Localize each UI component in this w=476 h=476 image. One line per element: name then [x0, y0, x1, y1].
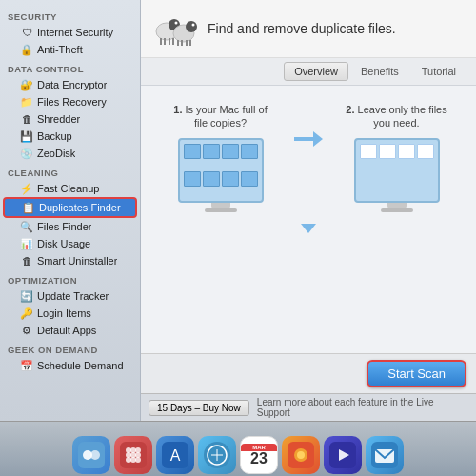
step-2-label: 2. Leave only the filesyou need. [346, 103, 446, 130]
sidebar-label-fast-cleanup: Fast Cleanup [37, 183, 99, 194]
tabs-bar: OverviewBenefitsTutorial [141, 58, 476, 86]
sidebar-label-zeodisk: ZeoDisk [37, 148, 75, 159]
sidebar-item-login-items[interactable]: 🔑Login Items [3, 305, 137, 322]
dock-icon-appstore: A [156, 436, 194, 474]
sidebar-label-update-tracker: Update Tracker [37, 290, 109, 302]
monitor-base [381, 208, 413, 212]
sidebar-item-files-finder[interactable]: 🔍Files Finder [3, 218, 137, 235]
svg-point-8 [186, 21, 197, 32]
file-doc [203, 171, 220, 187]
sidebar-label-data-encryptor: Data Encryptor [37, 79, 107, 90]
sidebar-icon-login-items: 🔑 [20, 307, 33, 320]
monitor-2 [354, 138, 440, 203]
dock-item-launchpad[interactable] [114, 436, 152, 474]
sidebar-item-zeodisk[interactable]: 💿ZeoDisk [3, 145, 137, 162]
sidebar-icon-update-tracker: 🔄 [20, 289, 33, 303]
sidebar-label-schedule-demand: Schedule Demand [37, 360, 124, 371]
dock-item-appstore[interactable]: A [156, 436, 194, 474]
dock-icon-finder [72, 436, 110, 474]
sidebar-label-backup: Backup [37, 130, 72, 142]
sidebar-item-data-encryptor[interactable]: 🔐Data Encryptor [3, 76, 137, 93]
monitor-2-container [354, 138, 440, 212]
footer-info: 15 Days – Buy Now Learn more about each … [141, 393, 476, 421]
sidebar-section-data-control: DATA CONTROL [0, 58, 140, 76]
dock-item-quicktime[interactable] [324, 436, 362, 474]
monitor-stand [387, 203, 407, 208]
sidebar-icon-schedule-demand: 📅 [20, 359, 33, 372]
sidebar-section-security: SECURITY [0, 6, 140, 24]
sidebar-item-disk-usage[interactable]: 📊Disk Usage [3, 235, 137, 252]
sidebar-section-optimization: OPTIMIZATION [0, 269, 140, 288]
file-doc [241, 171, 258, 187]
dock-item-calendar[interactable]: MAR 23 [240, 436, 278, 474]
dock-icon-launchpad [114, 436, 152, 474]
sidebar-item-schedule-demand[interactable]: 📅Schedule Demand [3, 357, 137, 374]
sidebar-item-duplicates-finder[interactable]: 📋Duplicates Finder [3, 197, 137, 218]
monitor-stand [211, 203, 230, 208]
file-doc [184, 144, 201, 159]
sidebar-icon-backup: 💾 [20, 129, 33, 143]
dock-icon-photos [282, 436, 320, 474]
app-icon [152, 10, 198, 48]
svg-point-9 [192, 24, 195, 27]
sidebar-label-shredder: Shredder [37, 113, 80, 125]
step-1: 1. Is your Mac full offile copies? [154, 103, 287, 212]
sidebar-item-update-tracker[interactable]: 🔄Update Tracker [3, 288, 137, 305]
file-doc [398, 144, 415, 159]
sidebar-icon-disk-usage: 📊 [20, 237, 33, 250]
step-2: 2. Leave only the filesyou need. [330, 103, 463, 212]
sidebar-item-fast-cleanup[interactable]: ⚡Fast Cleanup [3, 180, 137, 197]
file-doc [241, 144, 258, 159]
dock-item-safari[interactable] [198, 436, 236, 474]
sidebar-label-smart-uninstaller: Smart Uninstaller [37, 255, 117, 267]
sidebar-item-default-apps[interactable]: ⚙Default Apps [3, 322, 137, 339]
sidebar-section-cleaning: CLEANING [0, 162, 140, 180]
file-doc [360, 144, 377, 159]
tab-benefits[interactable]: Benefits [350, 62, 409, 81]
sidebar-icon-zeodisk: 💿 [20, 147, 33, 160]
down-arrow-icon [301, 224, 316, 233]
content-header: Find and remove duplicate files. [141, 0, 476, 58]
sidebar-icon-files-finder: 🔍 [20, 220, 33, 233]
sidebar-item-backup[interactable]: 💾Backup [3, 128, 137, 145]
dock: A MAR 23 [0, 421, 476, 476]
file-doc [222, 144, 239, 159]
dock-icon-safari [198, 436, 236, 474]
tab-overview[interactable]: Overview [284, 62, 348, 81]
arrow-container [294, 103, 323, 147]
svg-point-26 [135, 457, 141, 463]
arrow-down-indicator [150, 220, 466, 237]
sidebar-label-disk-usage: Disk Usage [37, 238, 90, 249]
file-doc [184, 171, 201, 187]
file-doc [379, 144, 396, 159]
sidebar-icon-files-recovery: 📁 [20, 95, 33, 109]
steps-row: 1. Is your Mac full offile copies? [150, 95, 466, 220]
sidebar-icon-default-apps: ⚙ [20, 324, 33, 337]
buy-now-button[interactable]: 15 Days – Buy Now [149, 400, 249, 416]
sidebar-item-internet-security[interactable]: 🛡Internet Security [3, 24, 137, 41]
sidebar-label-files-finder: Files Finder [37, 221, 91, 232]
sidebar-item-anti-theft[interactable]: 🔒Anti-Theft [3, 41, 137, 58]
sidebar-item-shredder[interactable]: 🗑Shredder [3, 110, 137, 128]
svg-point-16 [90, 450, 100, 460]
sidebar-icon-duplicates-finder: 📋 [22, 201, 35, 214]
dock-item-finder[interactable] [72, 436, 110, 474]
right-arrow-icon [294, 131, 323, 147]
sidebar-label-login-items: Login Items [37, 307, 91, 319]
dock-icon-calendar: MAR 23 [240, 436, 278, 474]
sidebar-label-internet-security: Internet Security [37, 27, 113, 38]
dock-item-photos[interactable] [282, 436, 320, 474]
dock-icon-mail [366, 436, 404, 474]
monitor-1-container [178, 138, 264, 212]
dock-icon-quicktime [324, 436, 362, 474]
dock-item-mail[interactable] [366, 436, 404, 474]
tab-tutorial[interactable]: Tutorial [411, 62, 466, 81]
sidebar-icon-shredder: 🗑 [20, 112, 33, 126]
content-area: Find and remove duplicate files. Overvie… [141, 0, 476, 421]
start-scan-button[interactable]: Start Scan [367, 360, 466, 387]
sidebar: SECURITY🛡Internet Security🔒Anti-TheftDAT… [0, 0, 141, 421]
file-doc [203, 144, 220, 159]
sidebar-item-smart-uninstaller[interactable]: 🗑Smart Uninstaller [3, 252, 137, 269]
content-body: 1. Is your Mac full offile copies? [141, 86, 476, 353]
sidebar-item-files-recovery[interactable]: 📁Files Recovery [3, 93, 137, 110]
